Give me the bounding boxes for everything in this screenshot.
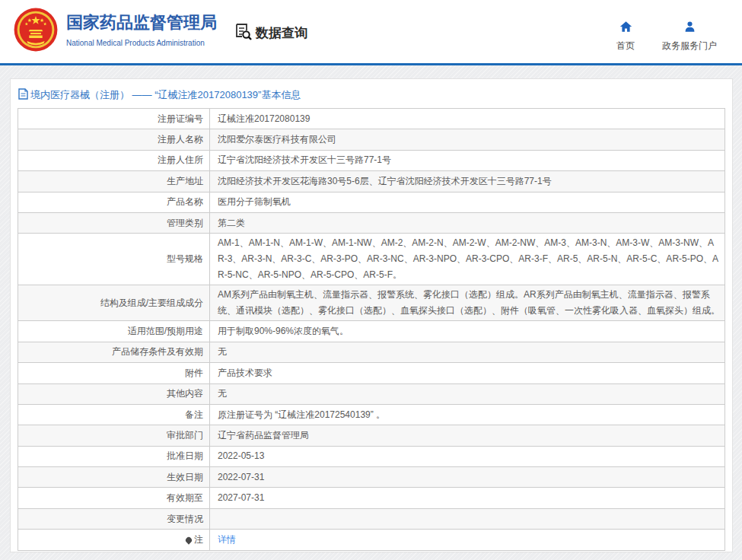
row-label: 生效日期: [18, 467, 210, 488]
table-row: 有效期至2027-07-31: [18, 488, 725, 508]
row-value: AM-1、AM-1-N、AM-1-W、AM-1-NW、AM-2、AM-2-N、A…: [210, 234, 725, 285]
content-box: 境内医疗器械（注册） —— “辽械注准20172080139”基本信息 注册证编…: [10, 78, 733, 552]
row-label: 适用范围/预期用途: [18, 321, 210, 342]
row-value: 医用分子筛制氧机: [210, 192, 725, 212]
table-row: 结构及组成/主要组成成分AM系列产品由制氧主机、流量指示器、报警系统、雾化接口（…: [18, 285, 725, 321]
row-label: 其他内容: [18, 383, 210, 404]
document-icon: [18, 88, 28, 102]
data-query-icon: [233, 21, 253, 45]
row-value: 2022-05-13: [210, 446, 725, 466]
national-emblem-logo: [14, 8, 58, 52]
row-value: AM系列产品由制氧主机、流量指示器、报警系统、雾化接口（选配）组成。AR系列产品…: [210, 285, 725, 321]
row-label: 批准日期: [18, 446, 210, 466]
row-label: 型号规格: [18, 234, 210, 285]
user-icon: [683, 21, 696, 36]
table-row: 变更情况: [18, 508, 725, 529]
row-value: [210, 508, 725, 529]
nav-gov-portal[interactable]: 政务服务门户: [662, 21, 717, 52]
row-value: 原注册证号为 “辽械注准20172540139” 。: [210, 404, 725, 425]
org-name-en: National Medical Products Administration: [66, 39, 217, 47]
row-value: 辽宁省沈阳经济技术开发区十三号路77-1号: [210, 150, 725, 170]
table-row: 产品名称医用分子筛制氧机: [18, 192, 725, 212]
table-row: 生效日期2022-07-31: [18, 467, 725, 488]
row-value: 沈阳爱尔泰医疗科技有限公司: [210, 129, 725, 150]
row-value: 辽械注准20172080139: [210, 109, 725, 129]
row-label: 产品名称: [18, 192, 210, 212]
row-label: 变更情况: [18, 508, 210, 529]
info-table: 注册证编号辽械注准20172080139注册人名称沈阳爱尔泰医疗科技有限公司注册…: [18, 108, 725, 551]
brand-text: 国家药品监督管理局 National Medical Products Admi…: [66, 11, 217, 47]
row-value: 无: [210, 342, 725, 362]
row-value: 无: [210, 383, 725, 404]
table-row: 注详情: [18, 530, 725, 550]
row-value: 2022-07-31: [210, 467, 725, 488]
page-title: 境内医疗器械（注册） —— “辽械注准20172080139”基本信息: [18, 84, 725, 103]
table-row: 其他内容无: [18, 383, 725, 404]
row-value: 用于制取90%-96%浓度的氧气。: [210, 321, 725, 342]
nav-home-label: 首页: [616, 40, 635, 52]
row-value: 详情: [210, 530, 725, 550]
table-row: 批准日期2022-05-13: [18, 446, 725, 466]
row-label: 管理类别: [18, 212, 210, 233]
row-label: 产品储存条件及有效期: [18, 342, 210, 362]
row-value: 产品技术要求: [210, 363, 725, 383]
row-label: 审批部门: [18, 425, 210, 446]
table-row: 注册人名称沈阳爱尔泰医疗科技有限公司: [18, 129, 725, 150]
row-label: 有效期至: [18, 488, 210, 508]
detail-link[interactable]: 详情: [218, 534, 236, 545]
row-label: 注册人住所: [18, 150, 210, 170]
row-label: 结构及组成/主要组成成分: [18, 285, 210, 321]
row-label: 注册证编号: [18, 109, 210, 129]
row-value: 辽宁省药品监督管理局: [210, 425, 725, 446]
table-row: 附件产品技术要求: [18, 363, 725, 383]
page-title-text: 境内医疗器械（注册） —— “辽械注准20172080139”基本信息: [30, 88, 301, 102]
table-row: 备注原注册证号为 “辽械注准20172540139” 。: [18, 404, 725, 425]
row-value: 第二类: [210, 212, 725, 233]
row-label: 附件: [18, 363, 210, 383]
header-divider: [0, 63, 742, 65]
table-row: 注册人住所辽宁省沈阳经济技术开发区十三号路77-1号: [18, 150, 725, 170]
home-icon: [619, 21, 632, 36]
nav-data-query[interactable]: 数据查询: [233, 21, 307, 45]
table-row: 注册证编号辽械注准20172080139: [18, 109, 725, 129]
table-row: 审批部门辽宁省药品监督管理局: [18, 425, 725, 446]
pin-icon: [184, 536, 193, 544]
row-label: 生产地址: [18, 171, 210, 192]
site-header: 国家药品监督管理局 National Medical Products Admi…: [0, 0, 742, 63]
row-label: 备注: [18, 404, 210, 425]
org-name-cn: 国家药品监督管理局: [66, 11, 217, 34]
row-label: 注册人名称: [18, 129, 210, 150]
table-row: 产品储存条件及有效期无: [18, 342, 725, 362]
row-value: 2027-07-31: [210, 488, 725, 508]
row-value: 沈阳经济技术开发区花海路30号5-6层、辽宁省沈阳经济技术开发区十三号路77-1…: [210, 171, 725, 192]
table-row: 生产地址沈阳经济技术开发区花海路30号5-6层、辽宁省沈阳经济技术开发区十三号路…: [18, 171, 725, 192]
row-label: 注: [18, 530, 210, 550]
table-row: 管理类别第二类: [18, 212, 725, 233]
nav-home[interactable]: 首页: [616, 21, 635, 52]
table-row: 型号规格AM-1、AM-1-N、AM-1-W、AM-1-NW、AM-2、AM-2…: [18, 234, 725, 285]
data-query-label: 数据查询: [256, 24, 307, 42]
header-nav: 首页 政务服务门户: [616, 21, 717, 52]
table-row: 适用范围/预期用途用于制取90%-96%浓度的氧气。: [18, 321, 725, 342]
nav-gov-portal-label: 政务服务门户: [662, 40, 717, 52]
